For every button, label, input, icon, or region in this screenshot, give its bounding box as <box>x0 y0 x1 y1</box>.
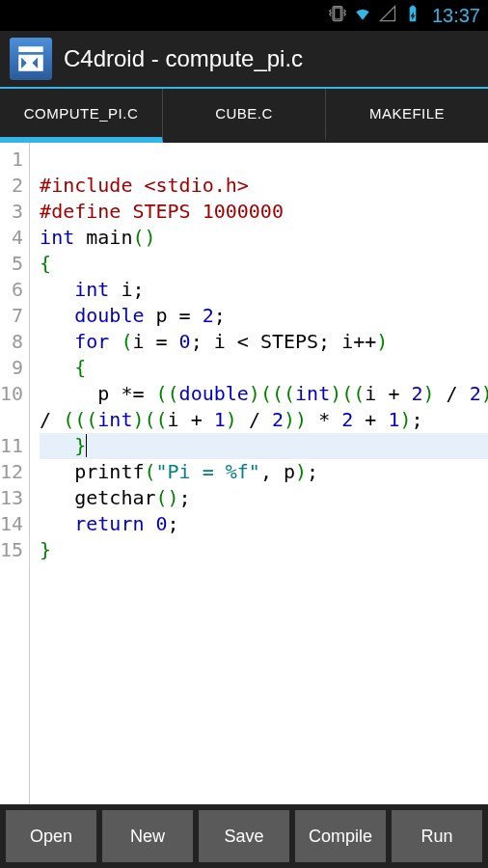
new-button[interactable]: New <box>102 810 193 862</box>
tab-cube[interactable]: CUBE.C <box>163 89 326 143</box>
save-button[interactable]: Save <box>199 810 289 862</box>
bottom-toolbar: Open New Save Compile Run <box>0 804 488 868</box>
code-area[interactable]: #include <stdio.h>#define STEPS 1000000i… <box>30 143 488 804</box>
app-title: C4droid - compute_pi.c <box>64 45 303 72</box>
signal-icon <box>378 4 397 27</box>
action-bar: C4droid - compute_pi.c <box>0 31 488 89</box>
app-icon[interactable] <box>10 38 52 80</box>
clock: 13:37 <box>432 5 480 27</box>
tabs: COMPUTE_PI.C CUBE.C MAKEFILE <box>0 89 488 143</box>
line-gutter: 12345678910 1112131415 <box>0 143 30 804</box>
run-button[interactable]: Run <box>392 810 482 862</box>
battery-icon <box>403 4 422 27</box>
compile-button[interactable]: Compile <box>295 810 386 862</box>
open-button[interactable]: Open <box>6 810 96 862</box>
tab-makefile[interactable]: MAKEFILE <box>326 89 488 143</box>
code-editor[interactable]: 12345678910 1112131415 #include <stdio.h… <box>0 143 488 804</box>
vibrate-icon <box>328 4 347 27</box>
tab-compute-pi[interactable]: COMPUTE_PI.C <box>0 89 163 143</box>
status-bar: 13:37 <box>0 0 488 31</box>
wifi-icon <box>353 4 372 27</box>
